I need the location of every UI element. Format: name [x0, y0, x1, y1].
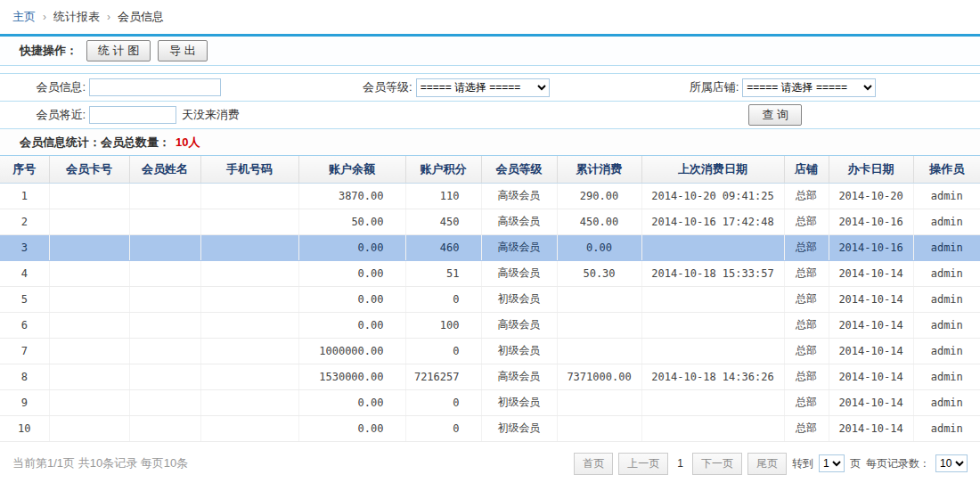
prev-page-button[interactable]: 上一页 [618, 453, 668, 475]
filter-row-2: 会员将近: 天没来消费 查 询 [0, 102, 980, 129]
cell-points: 460 [405, 234, 481, 260]
summary-count: 10人 [176, 135, 200, 151]
member-info-page: 主页 › 统计报表 › 会员信息 快捷操作： 统 计 图 导 出 会员信息: 会… [0, 0, 980, 491]
table-row[interactable]: 13870.00110高级会员290.002014-10-20 09:41:25… [0, 183, 980, 209]
cell-date: 2014-10-20 [829, 183, 913, 209]
table-row[interactable]: 250.00450高级会员450.002014-10-16 17:42:48总部… [0, 209, 980, 234]
cell-no: 9 [0, 389, 49, 415]
cell-op: admin [913, 312, 980, 338]
cell-level: 初级会员 [481, 286, 557, 312]
cell-op: admin [913, 338, 980, 364]
cell-card [49, 234, 129, 260]
table-row[interactable]: 50.000初级会员总部2014-10-14admin [0, 286, 980, 312]
cell-phone [200, 389, 298, 415]
cell-date: 2014-10-16 [829, 209, 913, 234]
cell-balance: 0.00 [298, 234, 405, 260]
pagesize-label: 每页记录数： [866, 456, 930, 471]
cell-level: 初级会员 [481, 389, 557, 415]
table-row[interactable]: 100.000初级会员总部2014-10-14admin [0, 415, 980, 441]
cell-store: 总部 [784, 338, 829, 364]
col-header-phone: 手机号码 [200, 156, 298, 183]
cell-card [49, 338, 129, 364]
member-level-select[interactable]: ===== 请选择 ===== [416, 78, 550, 97]
cell-level: 高级会员 [481, 312, 557, 338]
cell-no: 1 [0, 183, 49, 209]
cell-store: 总部 [784, 286, 829, 312]
cell-op: admin [913, 389, 980, 415]
member-level-filter: 会员等级: ===== 请选择 ===== [327, 78, 654, 97]
col-header-no: 序号 [0, 156, 49, 183]
export-button[interactable]: 导 出 [158, 40, 208, 61]
next-page-button[interactable]: 下一页 [692, 453, 742, 475]
summary-label: 会员信息统计：会员总数量： [20, 135, 170, 151]
filter-row-1: 会员信息: 会员等级: ===== 请选择 ===== 所属店铺: ===== … [0, 74, 980, 102]
cell-last [641, 338, 784, 364]
table-row[interactable]: 40.0051高级会员50.302014-10-18 15:33:57总部201… [0, 260, 980, 286]
cell-phone [200, 312, 298, 338]
col-header-operator: 操作员 [913, 156, 980, 183]
cell-no: 3 [0, 234, 49, 260]
member-info-filter: 会员信息: [0, 78, 327, 96]
cell-total: 290.00 [557, 183, 641, 209]
last-page-button[interactable]: 尾页 [747, 453, 787, 475]
cell-phone [200, 209, 298, 234]
footer-bar: 当前第1/1页 共10条记录 每页10条 首页 上一页 1 下一页 尾页 转到 … [0, 442, 980, 475]
filter-panel: 会员信息: 会员等级: ===== 请选择 ===== 所属店铺: ===== … [0, 73, 980, 129]
breadcrumb-home-link[interactable]: 主页 [12, 9, 36, 25]
cell-last: 2014-10-18 15:33:57 [641, 260, 784, 286]
cell-name [129, 364, 200, 389]
first-page-button[interactable]: 首页 [574, 453, 613, 475]
store-select[interactable]: ===== 请选择 ===== [742, 78, 876, 97]
table-row[interactable]: 60.00100高级会员总部2014-10-14admin [0, 312, 980, 338]
cell-balance: 1530000.00 [298, 364, 405, 389]
col-header-card-no: 会员卡号 [49, 156, 129, 183]
cell-level: 高级会员 [481, 183, 557, 209]
cell-name [129, 286, 200, 312]
cell-level: 高级会员 [481, 209, 557, 234]
table-row[interactable]: 30.00460高级会员0.00总部2014-10-16admin [0, 234, 980, 260]
cell-phone [200, 338, 298, 364]
cell-points: 0 [405, 389, 481, 415]
recent-days-input[interactable] [89, 106, 176, 124]
cell-last [641, 312, 784, 338]
cell-total [557, 389, 641, 415]
col-header-card-date: 办卡日期 [829, 156, 913, 183]
cell-points: 110 [405, 183, 481, 209]
table-row[interactable]: 81530000.007216257高级会员7371000.002014-10-… [0, 364, 980, 389]
pagesize-select[interactable]: 10 [935, 454, 968, 472]
statistics-chart-button[interactable]: 统 计 图 [86, 40, 151, 61]
cell-total [557, 286, 641, 312]
cell-balance: 0.00 [298, 415, 405, 441]
cell-store: 总部 [784, 389, 829, 415]
cell-card [49, 209, 129, 234]
cell-level: 初级会员 [481, 338, 557, 364]
table-row[interactable]: 90.000初级会员总部2014-10-14admin [0, 389, 980, 415]
cell-card [49, 415, 129, 441]
member-table-header: 序号 会员卡号 会员姓名 手机号码 账户余额 账户积分 会员等级 累计消费 上次… [0, 156, 980, 183]
current-page: 1 [674, 457, 687, 470]
cell-level: 高级会员 [481, 234, 557, 260]
breadcrumb-reports-link[interactable]: 统计报表 [53, 9, 100, 25]
query-button[interactable]: 查 询 [748, 104, 802, 126]
cell-date: 2014-10-14 [829, 286, 913, 312]
cell-phone [200, 364, 298, 389]
member-info-input[interactable] [89, 78, 221, 96]
cell-phone [200, 234, 298, 260]
cell-total [557, 312, 641, 338]
cell-points: 51 [405, 260, 481, 286]
goto-page-select[interactable]: 1 [819, 454, 845, 472]
cell-points: 100 [405, 312, 481, 338]
cell-date: 2014-10-16 [829, 234, 913, 260]
cell-store: 总部 [784, 364, 829, 389]
cell-points: 0 [405, 286, 481, 312]
cell-card [49, 389, 129, 415]
table-row[interactable]: 71000000.000初级会员总部2014-10-14admin [0, 338, 980, 364]
cell-phone [200, 415, 298, 441]
cell-balance: 0.00 [298, 312, 405, 338]
cell-store: 总部 [784, 415, 829, 441]
cell-balance: 1000000.00 [298, 338, 405, 364]
quick-actions-label: 快捷操作： [20, 43, 78, 59]
cell-name [129, 415, 200, 441]
cell-name [129, 338, 200, 364]
store-label: 所属店铺: [653, 79, 742, 95]
